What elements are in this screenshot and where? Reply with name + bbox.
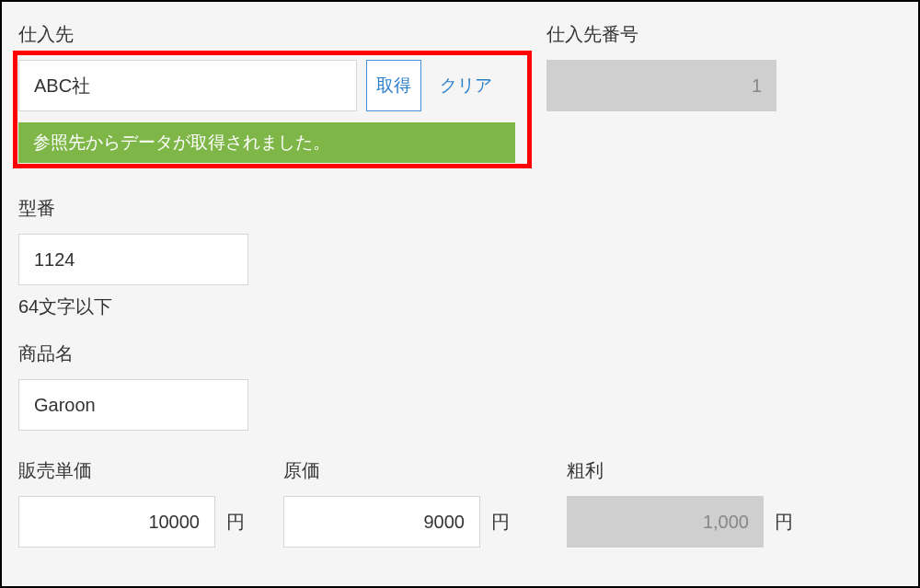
form-frame: 仕入先 取得 クリア 参照先からデータが取得されました。 仕入先番号 1 [0,0,920,588]
cost-input[interactable] [283,496,480,548]
success-message: 参照先からデータが取得されました。 [18,122,515,163]
model-no-field: 型番 64文字以下 [18,196,892,319]
clear-button[interactable]: クリア [431,60,501,111]
cost-label: 原価 [283,458,510,483]
product-name-label: 商品名 [18,341,892,366]
model-no-label: 型番 [18,196,892,221]
cost-unit: 円 [491,510,510,535]
margin-inner: 1,000 円 [567,496,793,548]
supplier-field: 仕入先 取得 クリア 参照先からデータが取得されました。 [18,22,530,163]
price-label: 販売単価 [18,458,245,483]
product-name-input[interactable] [18,379,248,431]
form-inner: 仕入先 取得 クリア 参照先からデータが取得されました。 仕入先番号 1 [2,2,918,548]
supplier-input[interactable] [18,60,357,111]
cost-inner: 円 [283,496,510,548]
margin-label: 粗利 [567,458,793,483]
fetch-button[interactable]: 取得 [366,60,421,111]
margin-field: 粗利 1,000 円 [567,458,793,548]
top-row: 仕入先 取得 クリア 参照先からデータが取得されました。 仕入先番号 1 [18,22,892,163]
supplier-label: 仕入先 [18,22,530,47]
supplier-no-value: 1 [546,60,776,111]
model-no-input[interactable] [18,234,248,285]
price-row: 販売単価 円 原価 円 粗利 1,000 円 [18,458,892,548]
price-input[interactable] [18,496,215,548]
product-name-field: 商品名 [18,341,892,431]
price-unit: 円 [226,510,245,535]
cost-field: 原価 円 [283,458,510,548]
supplier-no-field: 仕入先番号 1 [546,22,776,111]
supplier-row: 取得 クリア [18,60,530,111]
supplier-no-label: 仕入先番号 [546,22,776,47]
supplier-block: 取得 クリア 参照先からデータが取得されました。 [18,60,530,163]
price-inner: 円 [18,496,245,548]
model-no-hint: 64文字以下 [18,294,892,319]
margin-value: 1,000 [567,496,764,548]
margin-unit: 円 [775,510,793,535]
price-field: 販売単価 円 [18,458,245,548]
